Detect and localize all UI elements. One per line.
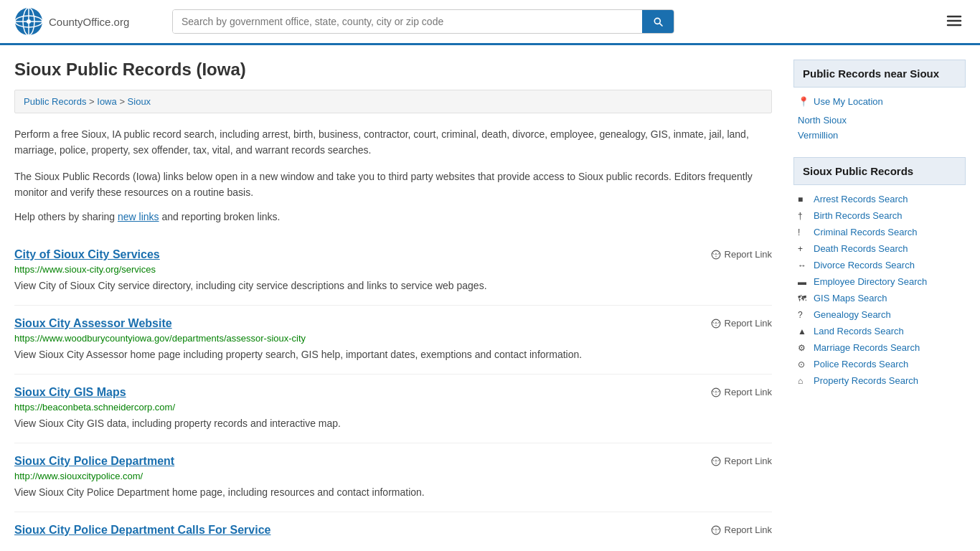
records-item-link[interactable]: Death Records Search: [814, 243, 908, 254]
svg-point-13: [715, 324, 716, 325]
records-item-icon: ⌂: [798, 376, 808, 386]
intro-text2: The Sioux Public Records (Iowa) links be…: [14, 169, 772, 201]
records-section: Sioux Public Records ■ Arrest Records Se…: [793, 157, 966, 389]
records-item-link[interactable]: Genealogy Search: [814, 309, 891, 320]
result-desc: View Sioux City GIS data, including prop…: [14, 416, 772, 431]
svg-line-20: [717, 390, 719, 392]
result-url[interactable]: https://www.sioux-city.org/services: [14, 264, 772, 275]
result-title[interactable]: Sioux City GIS Maps: [14, 386, 126, 399]
sidebar: Public Records near Sioux 📍 Use My Locat…: [793, 60, 966, 551]
breadcrumb-public-records[interactable]: Public Records: [24, 96, 86, 107]
result-title[interactable]: City of Sioux City Services: [14, 248, 160, 261]
result-url[interactable]: http://www.siouxcitypolice.com/: [14, 471, 772, 481]
logo-text: CountyOffice.org: [49, 14, 129, 29]
sidebar-records-item[interactable]: ▬ Employee Directory Search: [793, 273, 966, 290]
sidebar-records-item[interactable]: 🗺 GIS Maps Search: [793, 290, 966, 306]
nearby-link[interactable]: North Sioux: [793, 113, 966, 128]
records-item-link[interactable]: Arrest Records Search: [814, 194, 908, 204]
report-link[interactable]: Report Link: [711, 456, 772, 466]
records-item-link[interactable]: Employee Directory Search: [814, 276, 927, 287]
svg-line-14: [712, 321, 714, 323]
sidebar-records-item[interactable]: ▲ Land Records Search: [793, 323, 966, 339]
svg-line-19: [712, 390, 714, 392]
result-url[interactable]: https://beaconbeta.schneidercorp.com/: [14, 402, 772, 413]
logo-org: .org: [110, 16, 129, 28]
svg-line-10: [717, 253, 719, 254]
nearby-section: Public Records near Sioux 📍 Use My Locat…: [793, 60, 966, 143]
svg-line-15: [717, 321, 719, 323]
sidebar-records-item[interactable]: ⌂ Property Records Search: [793, 372, 966, 389]
use-location-item[interactable]: 📍 Use My Location: [793, 93, 966, 110]
records-item-icon: ▬: [798, 277, 808, 287]
result-desc: View City of Sioux City service director…: [14, 278, 772, 293]
report-link[interactable]: Report Link: [711, 318, 772, 329]
report-link[interactable]: Report Link: [711, 249, 772, 260]
records-item-link[interactable]: Land Records Search: [814, 326, 904, 336]
records-item-link[interactable]: Divorce Records Search: [814, 260, 915, 270]
svg-point-28: [715, 531, 716, 532]
help-text: Help others by sharing new links and rep…: [14, 211, 772, 222]
report-link[interactable]: Report Link: [711, 524, 772, 535]
hamburger-icon: [946, 12, 963, 29]
use-location-label: Use My Location: [814, 96, 883, 107]
records-item-link[interactable]: Property Records Search: [814, 375, 918, 386]
result-desc: View Sioux City Police Department home p…: [14, 485, 772, 500]
logo-icon: [14, 7, 43, 36]
sidebar-records-item[interactable]: ⊙ Police Records Search: [793, 356, 966, 372]
breadcrumb: Public Records > Iowa > Sioux: [14, 90, 772, 113]
search-icon: [652, 16, 664, 27]
sidebar-records-item[interactable]: ⚙ Marriage Records Search: [793, 339, 966, 356]
sidebar-records-item[interactable]: + Death Records Search: [793, 240, 966, 257]
content: Sioux Public Records (Iowa) Public Recor…: [14, 60, 772, 551]
result-url[interactable]: https://www.woodburycountyiowa.gov/depar…: [14, 333, 772, 344]
logo-area: CountyOffice.org: [14, 7, 158, 36]
records-item-link[interactable]: Police Records Search: [814, 359, 908, 369]
search-button[interactable]: [642, 10, 674, 33]
result-item: Sioux City Police Department Calls For S…: [14, 512, 772, 551]
records-item-link[interactable]: Marriage Records Search: [814, 342, 920, 353]
result-header: Sioux City Police Department Calls For S…: [14, 524, 772, 537]
records-item-icon: †: [798, 211, 808, 221]
result-header: City of Sioux City Services Report Link: [14, 248, 772, 261]
records-item-link[interactable]: GIS Maps Search: [814, 293, 887, 303]
report-link[interactable]: Report Link: [711, 387, 772, 397]
records-header: Sioux Public Records: [793, 157, 966, 185]
records-item-icon: !: [798, 227, 808, 237]
result-item: Sioux City GIS Maps Report Link https://…: [14, 375, 772, 443]
result-title[interactable]: Sioux City Police Department: [14, 455, 174, 468]
records-item-icon: 🗺: [798, 293, 808, 303]
nearby-link[interactable]: Vermillion: [793, 128, 966, 143]
report-icon: [711, 456, 721, 466]
report-icon: [711, 387, 721, 397]
nearby-header: Public Records near Sioux: [793, 60, 966, 88]
menu-button[interactable]: [943, 9, 966, 34]
svg-point-23: [715, 462, 716, 463]
sidebar-records-item[interactable]: † Birth Records Search: [793, 207, 966, 224]
svg-line-24: [712, 459, 714, 461]
records-item-icon: ⚙: [798, 343, 808, 353]
new-links-link[interactable]: new links: [118, 211, 159, 222]
sidebar-records-item[interactable]: ? Genealogy Search: [793, 306, 966, 323]
breadcrumb-iowa[interactable]: Iowa: [97, 96, 116, 107]
svg-point-18: [715, 393, 716, 394]
sidebar-records-item[interactable]: ■ Arrest Records Search: [793, 191, 966, 207]
search-area: [172, 9, 674, 34]
records-item-icon: ▲: [798, 326, 808, 336]
header: CountyOffice.org: [0, 0, 980, 45]
search-input[interactable]: [173, 10, 642, 33]
result-title[interactable]: Sioux City Police Department Calls For S…: [14, 524, 270, 537]
result-title[interactable]: Sioux City Assessor Website: [14, 317, 172, 330]
result-header: Sioux City Police Department Report Link: [14, 455, 772, 468]
result-desc: View Sioux City Assessor home page inclu…: [14, 347, 772, 362]
records-item-icon: ?: [798, 310, 808, 320]
sidebar-records-item[interactable]: ↔ Divorce Records Search: [793, 257, 966, 273]
records-item-link[interactable]: Birth Records Search: [814, 210, 903, 221]
sidebar-records-item[interactable]: ! Criminal Records Search: [793, 224, 966, 240]
location-pin-icon: 📍: [798, 96, 809, 107]
page-title: Sioux Public Records (Iowa): [14, 60, 772, 80]
records-item-icon: ↔: [798, 260, 808, 270]
breadcrumb-sioux[interactable]: Sioux: [128, 96, 151, 107]
svg-line-25: [717, 459, 719, 461]
main-container: Sioux Public Records (Iowa) Public Recor…: [0, 45, 980, 551]
records-item-link[interactable]: Criminal Records Search: [814, 227, 918, 237]
